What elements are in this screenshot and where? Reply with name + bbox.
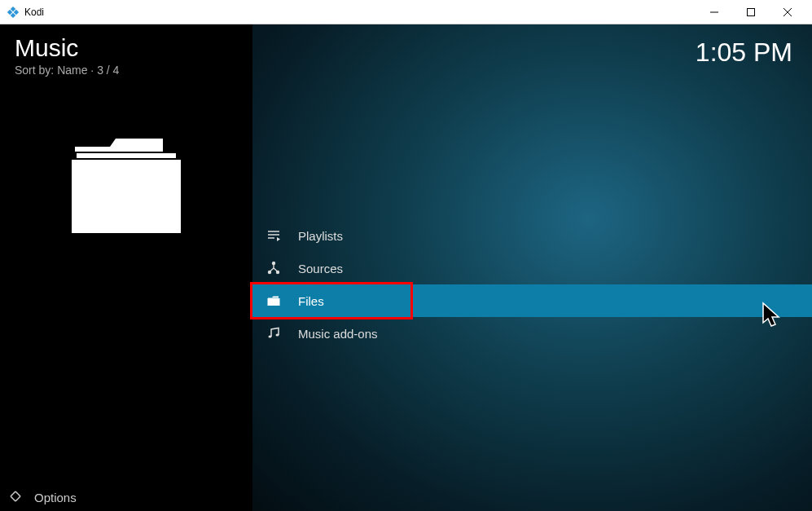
svg-rect-0: [11, 6, 15, 11]
options-bar[interactable]: Options: [0, 483, 252, 511]
music-icon: [266, 325, 282, 341]
svg-rect-5: [747, 8, 754, 15]
svg-line-17: [274, 268, 277, 271]
sources-icon: [266, 260, 282, 276]
sort-indicator[interactable]: Sort by: Name · 3 / 4: [15, 64, 238, 77]
menu-item-label: Music add-ons: [298, 327, 378, 341]
window-title: Kodi: [24, 7, 44, 18]
expand-arrows-icon: [8, 489, 23, 506]
maximize-button[interactable]: [732, 0, 769, 24]
sidebar: Music Sort by: Name · 3 / 4: [0, 24, 252, 511]
svg-line-16: [270, 268, 274, 271]
folder-icon: [266, 293, 282, 309]
menu-item-label: Playlists: [298, 229, 343, 243]
options-label: Options: [34, 491, 77, 504]
menu-item-playlists[interactable]: Playlists: [252, 219, 812, 252]
app-content: Music Sort by: Name · 3 / 4: [0, 24, 812, 511]
close-button[interactable]: [769, 0, 805, 24]
svg-rect-3: [11, 12, 15, 17]
menu-item-music-addons[interactable]: Music add-ons: [252, 317, 812, 350]
clock: 1:05 PM: [696, 37, 792, 68]
svg-point-20: [276, 333, 279, 336]
page-title: Music: [15, 34, 238, 62]
title-bar: Kodi: [0, 0, 812, 24]
svg-point-13: [269, 271, 271, 274]
svg-point-14: [277, 271, 279, 274]
kodi-app-icon: [7, 6, 20, 19]
svg-rect-18: [268, 298, 280, 306]
minimize-button[interactable]: [696, 0, 732, 24]
menu-item-sources[interactable]: Sources: [252, 252, 812, 284]
playlist-icon: [266, 227, 282, 244]
menu-item-label: Files: [298, 294, 324, 308]
menu-list: Playlists Sources: [252, 219, 812, 350]
menu-item-label: Sources: [298, 262, 343, 275]
menu-item-files[interactable]: Files: [252, 284, 812, 317]
main-area: 1:05 PM Playlists: [252, 24, 812, 511]
folder-large-icon: [65, 132, 187, 241]
svg-rect-8: [77, 153, 176, 158]
svg-rect-1: [14, 9, 19, 14]
svg-point-19: [269, 335, 272, 337]
window-controls: [696, 0, 805, 24]
svg-rect-2: [7, 9, 12, 14]
svg-point-12: [273, 262, 275, 265]
